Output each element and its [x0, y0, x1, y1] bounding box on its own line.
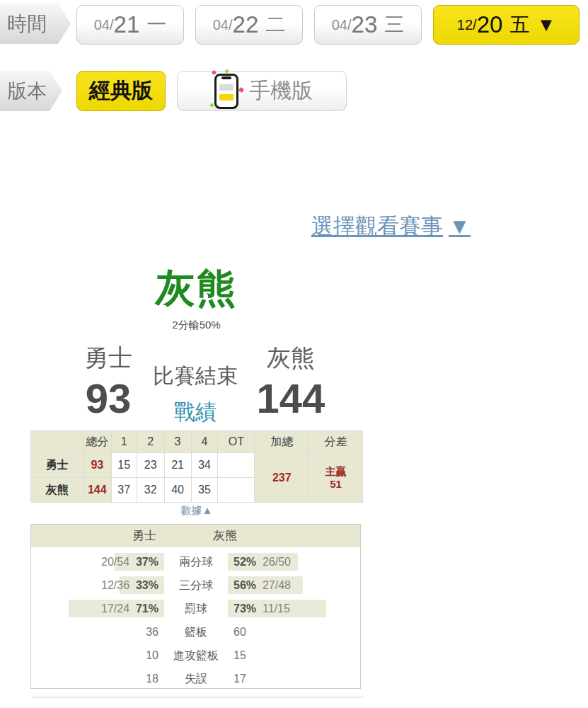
- home-team-score: 144: [252, 378, 330, 419]
- q2-cell: 32: [137, 478, 164, 503]
- quarters-header-cell: 總分: [83, 431, 111, 453]
- game-status-block: 比賽結束 戰績: [149, 342, 241, 427]
- date-tab-0422[interactable]: 04/22二: [195, 5, 303, 45]
- home-team-score-block: 灰熊 144: [252, 342, 330, 419]
- quarters-header-cell: [31, 431, 83, 453]
- mobile-version-label: 手機版: [249, 76, 313, 105]
- pick-subtitle: 2分輸50%: [0, 319, 393, 332]
- quarters-header-cell: 1: [111, 431, 137, 453]
- ot-cell: [218, 478, 255, 503]
- total-cell: 144: [83, 478, 111, 503]
- date-month: 04/: [332, 17, 352, 33]
- away-stat-value: 18: [146, 670, 158, 687]
- q1-cell: 15: [111, 453, 137, 478]
- classic-version-button[interactable]: 經典版: [76, 71, 166, 111]
- quarters-row-away: 勇士 93 15 23 21 34 237 主贏 51: [31, 453, 363, 478]
- home-stat-pct: 73%: [234, 603, 256, 615]
- quarters-table: 總分 1 2 3 4 OT 加總 分差 勇士 93 15 23 21 34 23…: [30, 430, 363, 503]
- bottom-divider: [32, 697, 363, 698]
- stat-label: 籃板: [164, 620, 228, 644]
- stat-label: 兩分球: [164, 550, 228, 573]
- stats-header-away: 勇士: [102, 525, 187, 547]
- quarters-header-cell: 3: [164, 431, 191, 453]
- q3-cell: 21: [164, 453, 191, 478]
- game-status: 比賽結束: [149, 362, 241, 391]
- stat-row-two-pointers: 20/54 37% 兩分球 52% 26/50: [31, 550, 360, 573]
- quarters-header-cell: 加總: [255, 431, 309, 453]
- quarters-header-cell: 2: [137, 431, 164, 453]
- stat-row-free-throws: 17/24 71% 罰球 73% 11/15: [31, 597, 360, 620]
- date-weekday: 一: [146, 11, 166, 38]
- data-toggle-link[interactable]: 數據▲: [30, 504, 363, 518]
- stat-label: 罰球: [164, 597, 228, 620]
- home-stat-value: 60: [234, 623, 246, 641]
- date-weekday: 五: [509, 11, 529, 38]
- date-tab-0421[interactable]: 04/21一: [76, 5, 184, 45]
- q3-cell: 40: [164, 478, 191, 503]
- team-cell: 勇士: [31, 453, 83, 478]
- version-filter-label: 版本: [0, 71, 62, 111]
- q4-cell: 34: [191, 453, 218, 478]
- select-game-link[interactable]: 選擇觀看賽事▼: [311, 212, 471, 241]
- date-weekday: 三: [384, 11, 404, 38]
- away-team-score: 93: [69, 378, 147, 419]
- stat-row-rebounds: 36 籃板 60: [31, 620, 360, 644]
- mobile-version-button[interactable]: 手機版: [177, 71, 347, 111]
- classic-version-label: 經典版: [89, 76, 153, 105]
- version-filter-label-text: 版本: [7, 78, 47, 105]
- date-weekday: 二: [265, 11, 285, 38]
- date-day: 20: [477, 11, 503, 38]
- stats-header: 勇士 灰熊: [31, 525, 360, 547]
- page: 時間 04/21一 04/22二 04/23三 12/20五▼ 版本 經典版 手…: [0, 0, 588, 708]
- quarters-header-cell: 4: [191, 431, 218, 453]
- record-link[interactable]: 戰績: [149, 398, 241, 427]
- stat-label: 失誤: [164, 667, 228, 690]
- stat-row-three-pointers: 12/36 33% 三分球 56% 27/48: [31, 573, 360, 597]
- spread-line2: 51: [309, 478, 362, 490]
- spread-line1: 主贏: [309, 465, 362, 477]
- total-cell: 93: [83, 453, 111, 478]
- spread-cell: 主贏 51: [309, 453, 363, 503]
- stat-row-turnovers: 18 失誤 17: [31, 667, 360, 690]
- home-stat-value: 15: [234, 646, 246, 664]
- date-tab-1220-active[interactable]: 12/20五▼: [433, 5, 580, 45]
- quarters-header-row: 總分 1 2 3 4 OT 加總 分差: [31, 431, 363, 453]
- home-stat-pct: 52%: [234, 556, 256, 568]
- time-filter-label-text: 時間: [7, 11, 47, 38]
- home-stat-pct: 56%: [234, 579, 256, 591]
- stat-row-offensive-rebounds: 10 進攻籃板 15: [31, 644, 360, 667]
- phone-icon: [211, 72, 242, 110]
- date-day: 22: [233, 11, 259, 38]
- quarters-header-cell: 分差: [309, 431, 363, 453]
- home-stat-detail: 26/50: [263, 556, 291, 568]
- home-team-name: 灰熊: [252, 342, 330, 375]
- away-stat-detail: 12/36: [101, 579, 129, 591]
- away-stat-pct: 71%: [136, 603, 158, 615]
- date-day: 21: [114, 11, 140, 38]
- away-stat-pct: 33%: [136, 579, 158, 591]
- stats-header-home: 灰熊: [183, 525, 267, 547]
- q4-cell: 35: [191, 478, 218, 503]
- away-stat-value: 36: [146, 623, 158, 641]
- date-month: 12/: [457, 17, 477, 33]
- chevron-down-icon: ▼: [449, 214, 471, 239]
- stat-label: 三分球: [164, 573, 228, 597]
- chevron-down-icon: ▼: [536, 14, 555, 36]
- time-filter-label: 時間: [0, 4, 71, 44]
- chevron-up-icon: ▲: [202, 504, 213, 516]
- stats-body: 20/54 37% 兩分球 52% 26/50 12/36 33% 三分球 56…: [31, 547, 360, 690]
- stats-table: 勇士 灰熊 20/54 37% 兩分球 52% 26/50 12/36 33%: [30, 524, 361, 689]
- home-stat-detail: 11/15: [263, 603, 290, 615]
- q1-cell: 37: [111, 478, 137, 503]
- date-tab-0423[interactable]: 04/23三: [314, 5, 422, 45]
- home-stat-value: 17: [234, 670, 246, 687]
- team-cell: 灰熊: [31, 478, 83, 503]
- data-toggle-text: 數據: [181, 504, 202, 516]
- away-team-name: 勇士: [69, 342, 147, 375]
- select-game-text: 選擇觀看賽事: [311, 214, 443, 239]
- combined-total-cell: 237: [255, 453, 309, 503]
- date-day: 23: [352, 11, 378, 38]
- pick-team-name: 灰熊: [0, 262, 393, 316]
- date-month: 04/: [94, 17, 114, 33]
- home-stat-detail: 27/48: [263, 579, 291, 591]
